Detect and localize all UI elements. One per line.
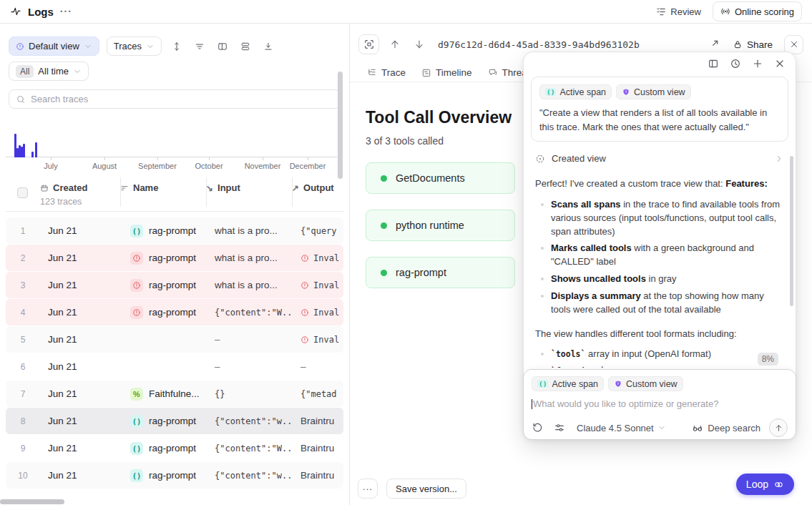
close-icon[interactable] bbox=[774, 58, 786, 69]
cell-input: {"content":"W... bbox=[206, 308, 292, 318]
more-menu-button[interactable]: ··· bbox=[60, 6, 72, 17]
horizontal-scrollbar[interactable] bbox=[0, 499, 64, 504]
table-row[interactable]: 4Jun 21rag-prompt{"content":"W...Inval bbox=[6, 299, 343, 325]
search-input[interactable]: Search traces bbox=[9, 89, 341, 109]
model-selector[interactable]: Claude 4.5 Sonnet bbox=[577, 423, 666, 433]
cell-input: {"content":"w... bbox=[206, 416, 292, 426]
scope-badge: All bbox=[16, 65, 34, 78]
history-icon[interactable] bbox=[730, 58, 741, 69]
download-icon[interactable] bbox=[260, 39, 276, 54]
column-header-created[interactable]: Created 123 traces bbox=[40, 176, 120, 211]
cell-name: rag-prompt bbox=[120, 252, 206, 265]
function-icon: () bbox=[545, 88, 556, 96]
row-number: 10 bbox=[6, 471, 40, 481]
row-height-icon[interactable] bbox=[169, 39, 185, 54]
lock-icon bbox=[733, 39, 743, 49]
tool-card: GetDocuments bbox=[366, 162, 515, 194]
cell-name: ()rag-prompt bbox=[120, 225, 206, 237]
called-dot bbox=[381, 175, 387, 182]
output-text: Braintru bbox=[300, 443, 334, 453]
open-external-icon[interactable] bbox=[708, 39, 720, 50]
share-button[interactable]: Share bbox=[733, 39, 773, 50]
feature-bold: Displays a summary bbox=[551, 290, 641, 301]
table-row[interactable]: 7Jun 21%Faithfulne...{}{"metad bbox=[6, 381, 343, 407]
table-row[interactable]: 1Jun 21()rag-promptwhat is a pro...{"que… bbox=[6, 217, 343, 244]
tab-trace[interactable]: Trace bbox=[367, 67, 406, 78]
tool-name: GetDocuments bbox=[396, 172, 465, 184]
arrow-up-icon bbox=[774, 423, 783, 433]
chat-composer[interactable]: ()Active spanCustom view What would you … bbox=[523, 369, 796, 440]
next-trace-button[interactable] bbox=[411, 39, 428, 50]
function-icon: () bbox=[130, 442, 143, 455]
send-button[interactable] bbox=[769, 418, 788, 437]
cell-output: – bbox=[292, 361, 343, 372]
table-row[interactable]: 10Jun 21()rag-prompt{"content":"w...Brai… bbox=[6, 462, 343, 489]
user-prompt-text: "Create a view that renders a list of al… bbox=[539, 106, 780, 134]
feature-item: Shows uncalled tools in gray bbox=[535, 273, 784, 286]
output-text: Inval bbox=[313, 308, 339, 318]
view-icon bbox=[16, 42, 24, 51]
loop-button[interactable]: Loop bbox=[736, 474, 794, 495]
time-filter-label: All time bbox=[38, 66, 69, 77]
column-header-output[interactable]: ↗ Output bbox=[292, 176, 343, 211]
output-text: – bbox=[300, 361, 306, 372]
row-number: 7 bbox=[6, 389, 40, 399]
user-prompt-card: ()Active spanCustom view "Create a view … bbox=[531, 77, 788, 142]
new-chat-icon[interactable] bbox=[752, 58, 763, 69]
created-view-row[interactable]: Created view bbox=[535, 153, 784, 164]
top-bar: Logs ··· Review Online scoring bbox=[0, 0, 812, 24]
traces-histogram[interactable]: JulyAugustSeptemberOctoberNovemberDecemb… bbox=[0, 116, 349, 170]
table-row[interactable]: 3Jun 21rag-promptwhat is a pro...Inval bbox=[6, 272, 343, 298]
table-row[interactable]: 5Jun 21–Inval bbox=[6, 326, 343, 353]
column-header-input[interactable]: ↘ Input bbox=[206, 176, 292, 211]
badge-label: Active span bbox=[559, 87, 606, 97]
save-version-button[interactable]: Save version... bbox=[386, 479, 466, 499]
badge-label: Custom view bbox=[626, 379, 678, 389]
glasses-icon bbox=[692, 422, 703, 433]
tab-timeline-icon bbox=[421, 68, 431, 78]
online-scoring-button[interactable]: Online scoring bbox=[713, 1, 802, 21]
select-all-checkbox[interactable] bbox=[17, 187, 28, 198]
axis-tick bbox=[104, 157, 105, 160]
cell-input: what is a pro... bbox=[206, 252, 292, 263]
focus-span-button[interactable] bbox=[358, 34, 379, 54]
composer-placeholder: What would you like to optimize or gener… bbox=[533, 398, 718, 409]
filter-icon[interactable] bbox=[192, 39, 207, 54]
time-filter-dropdown[interactable]: All All time bbox=[9, 62, 89, 81]
cell-created: Jun 21 bbox=[40, 470, 120, 481]
deep-search-toggle[interactable]: Deep search bbox=[692, 422, 760, 433]
vertical-scrollbar[interactable] bbox=[338, 72, 343, 179]
table-row[interactable]: 9Jun 21()rag-prompt{"content":"W...Brain… bbox=[6, 435, 343, 461]
restore-icon[interactable] bbox=[532, 422, 543, 433]
columns-icon[interactable] bbox=[215, 39, 230, 54]
tab-timeline[interactable]: Timeline bbox=[421, 67, 472, 78]
review-button[interactable]: Review bbox=[656, 6, 701, 17]
input-text: what is a pro... bbox=[215, 252, 278, 263]
cell-name: ()rag-prompt bbox=[120, 442, 206, 455]
format-code: `functions` bbox=[551, 366, 605, 368]
view-filter-dropdown[interactable]: Default view bbox=[9, 36, 99, 56]
cell-output: Inval bbox=[292, 280, 343, 290]
feature-item: Marks called tools with a green backgrou… bbox=[535, 242, 784, 269]
table-row[interactable]: 6Jun 21–– bbox=[6, 353, 343, 380]
histogram-bar bbox=[31, 152, 34, 157]
format-code: `tools` bbox=[551, 349, 585, 359]
chevron-down-icon bbox=[657, 423, 666, 432]
more-options-button[interactable]: ... bbox=[358, 479, 378, 499]
previous-trace-button[interactable] bbox=[386, 39, 403, 50]
span-name: rag-prompt bbox=[149, 280, 196, 290]
cell-input: – bbox=[206, 334, 292, 345]
column-header-name[interactable]: Name bbox=[120, 176, 206, 211]
table-row[interactable]: 8Jun 21()rag-prompt{"content":"w...Brain… bbox=[6, 408, 343, 434]
rows-layout-icon[interactable] bbox=[238, 39, 253, 54]
chat-scrollbar[interactable] bbox=[790, 156, 793, 306]
mode-filter-dropdown[interactable]: Traces bbox=[107, 36, 162, 56]
format-text: array in input bbox=[605, 366, 662, 368]
table-row[interactable]: 2Jun 21rag-promptwhat is a pro...Inval bbox=[6, 245, 343, 271]
settings-sliders-icon[interactable] bbox=[554, 422, 565, 433]
span-name: rag-prompt bbox=[149, 470, 196, 481]
axis-tick bbox=[51, 157, 52, 160]
cell-output: Braintru bbox=[292, 443, 343, 453]
chat-history: ()Active spanCustom view "Create a view … bbox=[524, 77, 796, 368]
panel-layout-icon[interactable] bbox=[708, 58, 719, 69]
